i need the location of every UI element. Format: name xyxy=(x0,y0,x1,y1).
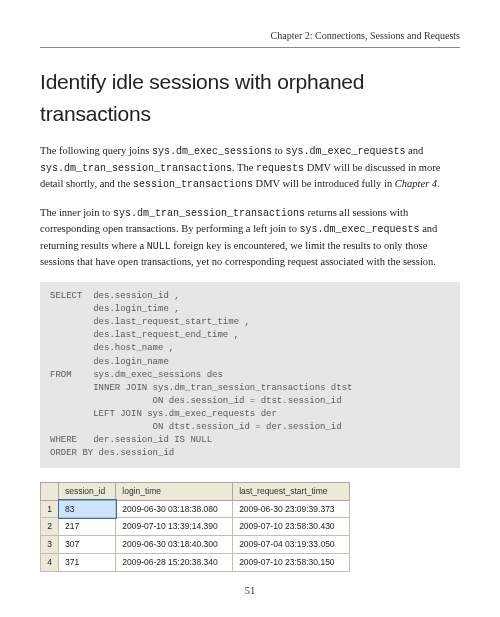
row-number[interactable]: 2 xyxy=(41,518,59,536)
code-line: WHERE der.session_id IS NULL xyxy=(50,435,212,445)
code-inline: sys.dm_exec_requests xyxy=(285,146,405,157)
cell-login-time[interactable]: 2009-07-10 13:39:14.390 xyxy=(116,518,233,536)
table-row[interactable]: 4 371 2009-06-28 15:20:38.340 2009-07-10… xyxy=(41,553,350,571)
code-line: ORDER BY des.session_id xyxy=(50,448,174,458)
table-row[interactable]: 2 217 2009-07-10 13:39:14.390 2009-07-10… xyxy=(41,518,350,536)
code-line: des.last_request_end_time , xyxy=(50,330,239,340)
text: . The xyxy=(232,162,256,173)
cell-last-request-start-time[interactable]: 2009-07-10 23:58:30.430 xyxy=(233,518,350,536)
text: DMV will be introduced fully in xyxy=(253,178,395,189)
code-line: INNER JOIN sys.dm_tran_session_transacti… xyxy=(50,383,352,393)
cell-session-id[interactable]: 83 xyxy=(59,500,116,518)
table-row[interactable]: 1 83 2009-06-30 03:18:38.080 2009-06-30 … xyxy=(41,500,350,518)
page-title: Identify idle sessions with orphaned tra… xyxy=(40,66,460,129)
results-table: session_id login_time last_request_start… xyxy=(40,482,350,572)
chapter-header: Chapter 2: Connections, Sessions and Req… xyxy=(40,28,460,43)
code-inline: session_transactions xyxy=(133,179,253,190)
cell-last-request-start-time[interactable]: 2009-07-04 03:19:33.050 xyxy=(233,536,350,554)
code-line: SELECT des.session_id , xyxy=(50,291,180,301)
code-line: des.host_name , xyxy=(50,343,174,353)
cell-login-time[interactable]: 2009-06-30 03:18:40.300 xyxy=(116,536,233,554)
page-number: 51 xyxy=(0,583,500,599)
header-rule xyxy=(40,47,460,48)
code-inline: sys.dm_tran_session_transactions xyxy=(113,208,305,219)
cell-last-request-start-time[interactable]: 2009-07-10 23:58:30.150 xyxy=(233,553,350,571)
text: The following query joins xyxy=(40,145,152,156)
table-corner xyxy=(41,482,59,500)
code-line: des.login_name xyxy=(50,357,169,367)
cell-session-id[interactable]: 217 xyxy=(59,518,116,536)
code-inline: sys.dm_tran_session_transactions xyxy=(40,163,232,174)
col-session-id[interactable]: session_id xyxy=(59,482,116,500)
code-line: LEFT JOIN sys.dm_exec_requests der xyxy=(50,409,277,419)
text: The inner join to xyxy=(40,207,113,218)
row-number[interactable]: 4 xyxy=(41,553,59,571)
code-inline: sys.dm_exec_sessions xyxy=(152,146,272,157)
code-line: FROM sys.dm_exec_sessions des xyxy=(50,370,223,380)
row-number[interactable]: 1 xyxy=(41,500,59,518)
results-table-wrap: session_id login_time last_request_start… xyxy=(40,482,350,572)
cell-session-id[interactable]: 307 xyxy=(59,536,116,554)
chapter-ref: Chapter 4 xyxy=(395,178,437,189)
table-row[interactable]: 3 307 2009-06-30 03:18:40.300 2009-07-04… xyxy=(41,536,350,554)
code-inline: NULL xyxy=(147,241,171,252)
paragraph-2: The inner join to sys.dm_tran_session_tr… xyxy=(40,205,460,271)
code-line: des.last_request_start_time , xyxy=(50,317,250,327)
code-inline: sys.dm_exec_requests xyxy=(300,224,420,235)
col-login-time[interactable]: login_time xyxy=(116,482,233,500)
cell-login-time[interactable]: 2009-06-30 03:18:38.080 xyxy=(116,500,233,518)
cell-session-id[interactable]: 371 xyxy=(59,553,116,571)
code-inline: requests xyxy=(256,163,304,174)
sql-code-block: SELECT des.session_id , des.login_time ,… xyxy=(40,282,460,468)
table-header-row: session_id login_time last_request_start… xyxy=(41,482,350,500)
col-last-request-start-time[interactable]: last_request_start_time xyxy=(233,482,350,500)
cell-login-time[interactable]: 2009-06-28 15:20:38.340 xyxy=(116,553,233,571)
row-number[interactable]: 3 xyxy=(41,536,59,554)
code-line: des.login_time , xyxy=(50,304,180,314)
paragraph-1: The following query joins sys.dm_exec_se… xyxy=(40,143,460,193)
cell-last-request-start-time[interactable]: 2009-06-30 23:09:39.373 xyxy=(233,500,350,518)
text: to xyxy=(272,145,285,156)
text: . xyxy=(437,178,440,189)
text: and xyxy=(405,145,423,156)
code-line: ON dtst.session_id = der.session_id xyxy=(50,422,342,432)
code-line: ON des.session_id = dtst.session_id xyxy=(50,396,342,406)
